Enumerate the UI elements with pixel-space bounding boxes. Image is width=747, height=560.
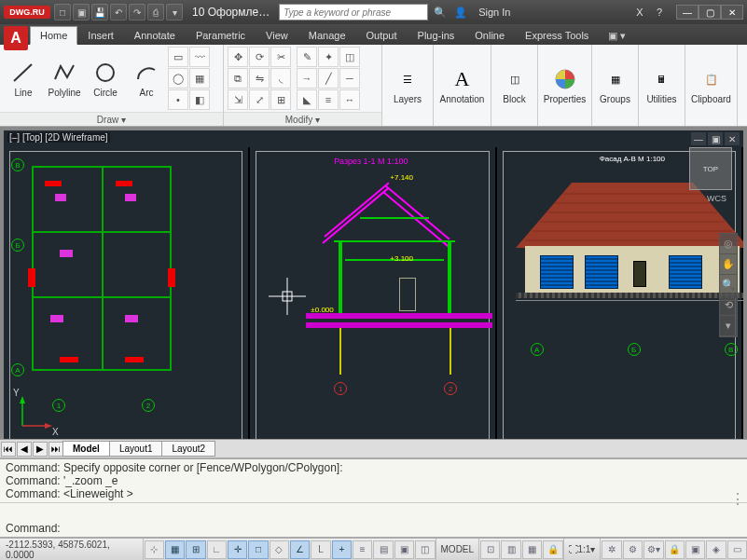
layout-tab-1[interactable]: Layout1 — [109, 441, 163, 457]
command-grip-icon[interactable]: ⋮ — [730, 489, 745, 507]
qat-print-icon[interactable]: ⎙ — [147, 4, 164, 20]
annoscale-lock-icon[interactable]: 🔒 — [543, 540, 562, 559]
model-space-toggle[interactable]: MODEL — [436, 539, 480, 560]
ducs-icon[interactable]: L — [311, 540, 330, 559]
tab-online[interactable]: Online — [464, 26, 515, 45]
fillet-icon[interactable]: ◟ — [270, 68, 291, 89]
nav-zoom-icon[interactable]: 🔍 — [720, 275, 737, 295]
help-icon[interactable]: ? — [651, 4, 668, 20]
tab-next-icon[interactable]: ▶ — [33, 442, 48, 457]
align-icon[interactable]: ≡ — [318, 89, 339, 110]
tab-prev-icon[interactable]: ◀ — [17, 442, 32, 457]
tab-last-icon[interactable]: ⏭ — [48, 442, 63, 457]
workspace-switch-icon[interactable]: ⚙▾ — [643, 540, 663, 559]
dyn-icon[interactable]: + — [332, 540, 352, 559]
vp-restore-icon[interactable]: ▣ — [708, 132, 723, 145]
exchange-icon[interactable]: X — [631, 4, 648, 20]
panel-annotation[interactable]: AAnnotation — [434, 45, 491, 126]
close-button[interactable]: ✕ — [721, 5, 743, 20]
sc-icon[interactable]: ◫ — [415, 540, 435, 559]
grid-icon[interactable]: ⊞ — [186, 540, 205, 559]
maximize-button[interactable]: ▢ — [699, 5, 721, 20]
panel-properties[interactable]: Properties — [538, 45, 592, 126]
stretch-icon[interactable]: ⇲ — [228, 89, 248, 110]
move-icon[interactable]: ✥ — [228, 47, 248, 67]
osnap-icon[interactable]: □ — [248, 540, 268, 559]
panel-utilities[interactable]: 🖩Utilities — [639, 45, 685, 126]
3dosnap-icon[interactable]: ◇ — [270, 540, 289, 559]
ortho-icon[interactable]: ∟ — [207, 540, 227, 559]
array-icon[interactable]: ⊞ — [270, 89, 291, 110]
arc-button[interactable]: Arc — [127, 58, 166, 100]
annovis-icon[interactable]: ✲ — [602, 540, 621, 559]
quick-view-icon[interactable]: ▥ — [501, 540, 520, 559]
tab-express[interactable]: Express Tools — [515, 26, 599, 45]
panel-groups[interactable]: ▦Groups — [592, 45, 639, 126]
annotation-scale[interactable]: ⛶ 1:1 ▾ — [563, 539, 602, 560]
layout-tab-model[interactable]: Model — [62, 441, 110, 457]
chamfer-icon[interactable]: ◣ — [297, 89, 317, 110]
qat-new-icon[interactable]: □ — [54, 4, 71, 20]
quick-layout-icon[interactable]: ▦ — [522, 540, 542, 559]
sign-in-link[interactable]: Sign In — [473, 7, 516, 18]
ellipse-icon[interactable]: ◯ — [168, 68, 188, 89]
tab-manage[interactable]: Manage — [298, 26, 356, 45]
isolate-icon[interactable]: ◈ — [706, 540, 726, 559]
qat-save-icon[interactable]: 💾 — [91, 4, 108, 20]
tab-plugins[interactable]: Plug-ins — [408, 26, 465, 45]
command-input[interactable] — [64, 522, 725, 535]
snap-icon[interactable]: ▦ — [165, 540, 185, 559]
polyline-button[interactable]: Polyline — [45, 58, 84, 100]
lwt-icon[interactable]: ≡ — [353, 540, 372, 559]
panel-block[interactable]: ◫Block — [491, 45, 538, 126]
binoculars-icon[interactable]: 🔍 — [432, 4, 449, 20]
viewcube[interactable]: TOP — [689, 147, 732, 190]
tab-first-icon[interactable]: ⏮ — [1, 442, 16, 457]
tab-overflow-icon[interactable]: ▣ ▾ — [602, 27, 631, 45]
viewport[interactable]: [–] [Top] [2D Wireframe] — ▣ ✕ — [4, 130, 743, 454]
annoauto-icon[interactable]: ⚙ — [623, 540, 643, 559]
qat-redo-icon[interactable]: ↷ — [129, 4, 145, 20]
nav-orbit-icon[interactable]: ⟲ — [720, 295, 737, 316]
tab-parametric[interactable]: Parametric — [186, 26, 256, 45]
qat-dropdown-icon[interactable]: ▾ — [166, 4, 183, 20]
tab-insert[interactable]: Insert — [77, 26, 124, 45]
tab-home[interactable]: Home — [30, 26, 77, 45]
qat-undo-icon[interactable]: ↶ — [110, 4, 127, 20]
infer-icon[interactable]: ⊹ — [145, 540, 164, 559]
nav-wheel-icon[interactable]: ◎ — [720, 234, 737, 254]
vp-minimize-icon[interactable]: — — [691, 132, 706, 145]
copy-icon[interactable]: ⧉ — [228, 68, 248, 89]
explode-icon[interactable]: ✦ — [318, 47, 339, 67]
qat-open-icon[interactable]: ▣ — [73, 4, 90, 20]
vp-close-icon[interactable]: ✕ — [725, 132, 740, 145]
qp-icon[interactable]: ▣ — [394, 540, 414, 559]
tab-annotate[interactable]: Annotate — [124, 26, 186, 45]
panel-clipboard[interactable]: 📋Clipboard — [685, 45, 738, 126]
hatch-icon[interactable]: ▦ — [189, 68, 210, 89]
point-icon[interactable]: • — [168, 89, 188, 110]
tab-output[interactable]: Output — [356, 26, 408, 45]
tab-view[interactable]: View — [256, 26, 298, 45]
line-button[interactable]: Line — [4, 58, 43, 100]
clean-screen-icon[interactable]: ▭ — [727, 540, 747, 559]
hardware-accel-icon[interactable]: ▣ — [685, 540, 705, 559]
rect-icon[interactable]: ▭ — [168, 47, 188, 67]
join-icon[interactable]: ─ — [339, 68, 360, 89]
nav-showmot-icon[interactable]: ▾ — [720, 316, 737, 336]
trim-icon[interactable]: ✂ — [270, 47, 291, 67]
layout-tab-2[interactable]: Layout2 — [161, 441, 215, 457]
coordinates-readout[interactable]: -2112.5393, 45875.6021, 0.0000 — [0, 539, 144, 560]
lengthen-icon[interactable]: ↔ — [339, 89, 360, 110]
chevron-down-icon[interactable]: ▾ — [121, 115, 126, 125]
polar-icon[interactable]: ✛ — [228, 540, 247, 559]
app-menu-button[interactable]: A — [4, 26, 28, 50]
offset-icon[interactable]: ◫ — [339, 47, 360, 67]
region-icon[interactable]: ◧ — [189, 89, 210, 110]
tpy-icon[interactable]: ▤ — [373, 540, 393, 559]
nav-pan-icon[interactable]: ✋ — [720, 254, 737, 275]
mirror-icon[interactable]: ⇋ — [249, 68, 270, 89]
erase-icon[interactable]: ✎ — [297, 47, 317, 67]
scale-icon[interactable]: ⤢ — [249, 89, 270, 110]
search-input[interactable] — [279, 4, 428, 20]
